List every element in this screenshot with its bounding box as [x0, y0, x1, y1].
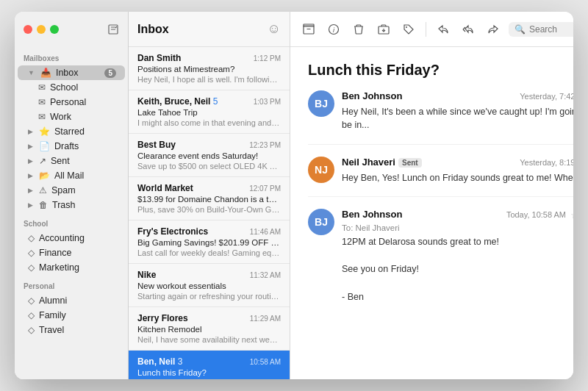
close-button[interactable] — [24, 25, 32, 34]
sidebar-content: Mailboxes ▼ 📥 Inbox 5 ✉ School ✉ Persona… — [15, 47, 128, 379]
starred-label: Starred — [54, 126, 116, 137]
svg-line-3 — [115, 26, 117, 28]
archive-button[interactable] — [299, 21, 318, 37]
tag-button[interactable] — [399, 21, 418, 37]
email-time: 12:07 PM — [249, 184, 281, 193]
email-list-item[interactable]: Jerry Flores 11:29 AM Kitchen Remodel Ne… — [129, 307, 290, 351]
message-time: Today, 10:58 AM — [506, 210, 566, 219]
email-view: i — [290, 12, 573, 379]
inbox-badge: 5 — [104, 68, 116, 78]
email-subject-preview: Kitchen Remodel — [137, 325, 281, 334]
star-icon[interactable]: ☆ — [570, 209, 573, 220]
info-button[interactable]: i — [324, 21, 343, 37]
email-list-item[interactable]: Nike 11:32 AM New workout essentials Sta… — [129, 264, 290, 307]
sidebar-item-finance[interactable]: ◇ Finance — [18, 245, 125, 260]
sidebar-item-starred[interactable]: ▶ ⭐ Starred — [18, 124, 125, 139]
email-message: NJ Neil JhaveriSent Yesterday, 8:19 PM ☆… — [308, 157, 573, 197]
avatar: BJ — [308, 90, 334, 117]
school-section-label: School — [15, 212, 128, 231]
email-subject: Lunch this Friday? — [308, 62, 573, 79]
sidebar-item-alumni[interactable]: ◇ Alumni — [18, 293, 125, 308]
inbox-icon: 📥 — [40, 68, 51, 78]
travel-label: Travel — [39, 325, 116, 335]
email-subject-preview: Lake Tahoe Trip — [137, 108, 281, 117]
marketing-icon: ◇ — [28, 262, 35, 273]
message-body: Hey Neil, It's been a while since we've … — [342, 105, 573, 133]
drafts-chevron-icon: ▶ — [28, 143, 33, 150]
accounting-icon: ◇ — [28, 233, 35, 243]
trash-label: Trash — [52, 200, 116, 210]
message-body: 12PM at Delarosa sounds great to me!See … — [342, 235, 573, 304]
forward-button[interactable] — [484, 21, 503, 37]
search-input[interactable] — [529, 24, 573, 35]
reply-all-button[interactable] — [459, 21, 478, 37]
message-sender: Ben Johnson — [342, 209, 402, 220]
sidebar-item-travel[interactable]: ◇ Travel — [18, 323, 125, 337]
email-sender: Best Buy — [137, 140, 176, 150]
sidebar-item-personal[interactable]: ✉ Personal — [18, 95, 125, 110]
email-sender: Dan Smith — [137, 53, 181, 63]
sidebar-item-trash[interactable]: ▶ 🗑 Trash — [18, 198, 125, 212]
sidebar-item-all-mail[interactable]: ▶ 📂 All Mail — [18, 168, 125, 183]
email-item-top: World Market 12:07 PM — [137, 183, 281, 193]
email-sender: Keith, Bruce, Neil 5 — [137, 96, 218, 107]
email-list-item[interactable]: Dan Smith 1:12 PM Positions at Mimestrea… — [129, 47, 290, 90]
email-time: 12:23 PM — [249, 141, 281, 149]
svg-rect-4 — [304, 26, 314, 34]
maximize-button[interactable] — [50, 25, 59, 34]
email-list: Inbox ☺ Dan Smith 1:12 PM Positions at M… — [129, 12, 290, 379]
sidebar-item-drafts[interactable]: ▶ 📄 Drafts — [18, 139, 125, 154]
message-header: Ben Johnson Yesterday, 7:42 PM ★ — [342, 90, 573, 102]
family-label: Family — [39, 310, 116, 320]
message-header: Ben Johnson Today, 10:58 AM ☆ ↩⋯ — [342, 209, 573, 220]
sent-chevron-icon: ▶ — [28, 157, 33, 165]
email-list-title: Inbox — [137, 23, 268, 36]
email-item-top: Ben, Neil 3 10:58 AM — [137, 356, 281, 367]
compose-button[interactable] — [107, 24, 119, 35]
sidebar-item-marketing[interactable]: ◇ Marketing — [18, 260, 125, 275]
email-preview: I might also come in that evening and me… — [137, 118, 281, 127]
travel-icon: ◇ — [28, 325, 35, 335]
sidebar-item-accounting[interactable]: ◇ Accounting — [18, 231, 125, 245]
personal-section-label: Personal — [15, 275, 128, 293]
delete-button[interactable] — [349, 21, 368, 37]
move-button[interactable] — [374, 21, 393, 37]
svg-point-11 — [406, 26, 407, 28]
sidebar-item-school[interactable]: ✉ School — [18, 80, 125, 95]
sidebar-item-work[interactable]: ✉ Work — [18, 110, 125, 124]
email-list-header: Inbox ☺ — [129, 12, 290, 47]
filter-icon[interactable]: ☺ — [268, 21, 281, 37]
email-list-item[interactable]: Ben, Neil 3 10:58 AM Lunch this Friday? … — [129, 351, 290, 379]
email-item-top: Nike 11:32 AM — [137, 270, 281, 280]
email-sender: Ben, Neil 3 — [137, 356, 182, 367]
school-label: School — [50, 82, 116, 93]
email-list-item[interactable]: Keith, Bruce, Neil 5 1:03 PM Lake Tahoe … — [129, 90, 290, 134]
traffic-lights — [24, 25, 59, 34]
email-list-item[interactable]: World Market 12:07 PM $13.99 for Domaine… — [129, 177, 290, 220]
email-subject-preview: Big Gaming Savings! $201.99 OFF NVI... — [137, 238, 281, 247]
reply-button[interactable] — [434, 21, 453, 37]
all-mail-label: All Mail — [54, 171, 116, 181]
email-sender: Jerry Flores — [137, 313, 188, 323]
trash-icon: 🗑 — [39, 200, 48, 210]
sidebar-item-family[interactable]: ◇ Family — [18, 308, 125, 323]
minimize-button[interactable] — [37, 25, 46, 34]
message-time: Yesterday, 8:19 PM — [520, 158, 573, 167]
sidebar-item-spam[interactable]: ▶ ⚠ Spam — [18, 183, 125, 198]
spam-label: Spam — [51, 185, 116, 196]
marketing-label: Marketing — [39, 262, 116, 273]
email-time: 1:03 PM — [254, 98, 281, 106]
messages-container: BJ Ben Johnson Yesterday, 7:42 PM ★ Hey … — [308, 90, 573, 316]
email-items: Dan Smith 1:12 PM Positions at Mimestrea… — [129, 47, 290, 379]
email-list-item[interactable]: Fry's Electronics 11:46 AM Big Gaming Sa… — [129, 220, 290, 264]
sent-label: Sent — [51, 156, 116, 166]
email-list-item[interactable]: Best Buy 12:23 PM Clearance event ends S… — [129, 134, 290, 177]
email-subject-preview: Clearance event ends Saturday! — [137, 151, 281, 160]
school-mailbox-icon: ✉ — [38, 82, 46, 93]
sidebar-item-sent[interactable]: ▶ ↗ Sent — [18, 154, 125, 168]
sidebar-item-inbox[interactable]: ▼ 📥 Inbox 5 — [18, 65, 125, 80]
personal-label: Personal — [50, 97, 116, 107]
message-count: 5 — [213, 96, 218, 107]
email-item-top: Best Buy 12:23 PM — [137, 140, 281, 150]
email-item-top: Jerry Flores 11:29 AM — [137, 313, 281, 323]
